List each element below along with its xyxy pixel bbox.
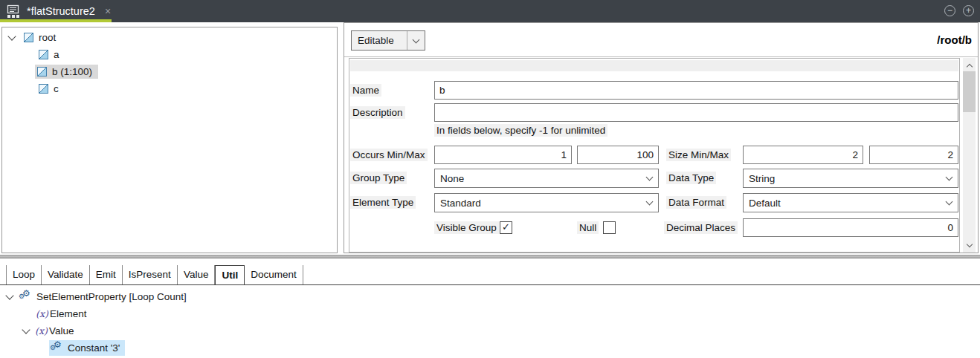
check-icon: ✓: [502, 221, 510, 232]
collapse-minus-icon[interactable]: −: [944, 5, 955, 16]
scroll-up-icon[interactable]: [963, 59, 976, 71]
chevron-down-icon[interactable]: [22, 325, 30, 333]
fx-icon: (x): [36, 308, 50, 319]
tab-emit[interactable]: Emit: [90, 265, 123, 284]
tree-item-label: a: [54, 49, 59, 60]
scroll-down-icon[interactable]: [963, 239, 976, 252]
occurs-min-max-label: Occurs Min/Max: [350, 149, 428, 161]
tab-document[interactable]: Document: [245, 265, 303, 284]
chevron-down-icon[interactable]: [940, 169, 958, 187]
util-item-label: SetElementProperty [Loop Count]: [36, 291, 187, 302]
fx-icon: (x): [35, 325, 49, 336]
element-icon: [24, 33, 33, 42]
visible-group-label: Visible Group: [434, 221, 499, 234]
element-type-select[interactable]: Standard: [434, 193, 659, 212]
size-min-max-label: Size Min/Max: [666, 149, 731, 161]
group-type-label: Group Type: [350, 172, 407, 184]
tree-item-root[interactable]: root: [2, 29, 337, 46]
structure-tree-panel: root a b (1:100) c: [1, 27, 338, 253]
chevron-down-icon[interactable]: [640, 194, 658, 212]
tab-loop[interactable]: Loop: [6, 265, 42, 284]
name-input[interactable]: [434, 81, 958, 100]
group-type-select[interactable]: None: [434, 169, 659, 188]
description-input[interactable]: [434, 103, 958, 122]
document-tab-title: *flatStructure2: [27, 5, 95, 17]
data-format-value: Default: [744, 198, 940, 209]
data-type-value: String: [744, 173, 940, 184]
element-type-label: Element Type: [350, 196, 416, 209]
data-format-select[interactable]: Default: [743, 193, 958, 212]
name-label: Name: [350, 84, 381, 97]
tree-item-label: b (1:100): [52, 66, 92, 77]
property-editor-panel: Editable /root/b Name Description In fie…: [344, 22, 979, 253]
chevron-down-icon[interactable]: [940, 194, 958, 212]
util-item-label: Constant '3': [68, 342, 120, 354]
null-checkbox[interactable]: [603, 221, 616, 234]
vertical-scrollbar[interactable]: [963, 58, 976, 253]
tree-item-c[interactable]: c: [2, 80, 337, 97]
occurs-min-input[interactable]: [434, 146, 572, 164]
horizontal-splitter[interactable]: [0, 255, 980, 258]
data-type-select[interactable]: String: [743, 169, 958, 188]
util-item-label: Element: [50, 308, 87, 319]
element-icon: [39, 84, 48, 94]
chevron-down-icon[interactable]: [7, 32, 16, 40]
close-tab-icon[interactable]: ×: [105, 5, 111, 17]
element-icon: [39, 50, 48, 59]
tab-util[interactable]: Util: [215, 265, 245, 285]
group-type-value: None: [435, 173, 640, 184]
selected-tree-item-highlight: b (1:100): [35, 65, 98, 79]
title-bar: *flatStructure2 × − +: [0, 0, 980, 22]
editor-body: Name Description In fields below, specif…: [344, 58, 978, 253]
occurs-max-input[interactable]: [577, 146, 659, 164]
element-type-value: Standard: [435, 198, 640, 209]
tree-item-b[interactable]: b (1:100): [2, 63, 337, 80]
window-controls: − +: [944, 5, 974, 16]
form-top-strip: [350, 60, 958, 71]
tab-value[interactable]: Value: [178, 265, 216, 284]
util-item-setelementproperty[interactable]: ⚙⚙ SetElementProperty [Loop Count]: [0, 288, 980, 305]
size-min-input[interactable]: [743, 146, 863, 164]
tab-validate[interactable]: Validate: [42, 265, 90, 284]
chevron-down-icon[interactable]: [640, 169, 658, 187]
data-type-label: Data Type: [666, 172, 716, 184]
structure-icon: [7, 4, 21, 19]
unlimited-note: In fields below, specify -1 for unlimite…: [434, 124, 607, 137]
bottom-tab-bar: Loop Validate Emit IsPresent Value Util …: [0, 265, 980, 285]
null-label: Null: [577, 221, 599, 234]
mode-select[interactable]: Editable: [351, 30, 425, 51]
data-format-label: Data Format: [666, 196, 726, 209]
util-item-element[interactable]: (x) Element: [0, 305, 980, 322]
visible-group-checkbox[interactable]: ✓: [500, 221, 512, 234]
util-item-constant[interactable]: ⚙⚙ Constant '3': [0, 339, 980, 357]
tree-item-a[interactable]: a: [2, 46, 337, 63]
util-item-label: Value: [49, 325, 74, 336]
editor-header: Editable /root/b: [344, 23, 978, 57]
expand-plus-icon[interactable]: +: [963, 5, 974, 16]
util-item-value[interactable]: (x) Value: [0, 322, 980, 339]
size-max-input[interactable]: [869, 146, 958, 164]
tree-item-label: root: [39, 32, 56, 43]
element-path: /root/b: [937, 23, 972, 56]
active-tab-indicator: [0, 19, 112, 22]
chevron-down-icon[interactable]: [5, 291, 13, 299]
mode-select-value: Editable: [352, 35, 407, 46]
chevron-down-icon[interactable]: [407, 31, 425, 50]
tree-item-label: c: [54, 83, 59, 94]
gears-icon: ⚙⚙: [19, 290, 32, 303]
scrollbar-thumb[interactable]: [963, 71, 976, 112]
element-icon: [37, 67, 47, 77]
decimal-places-input[interactable]: [743, 218, 958, 237]
tab-ispresent[interactable]: IsPresent: [123, 265, 178, 284]
property-form: Name Description In fields below, specif…: [349, 58, 960, 253]
decimal-places-label: Decimal Places: [664, 221, 738, 234]
gears-icon: ⚙⚙: [51, 342, 63, 354]
selected-util-item-highlight: ⚙⚙ Constant '3': [49, 340, 125, 356]
description-label: Description: [350, 106, 405, 119]
util-tree-panel: ⚙⚙ SetElementProperty [Loop Count] (x) E…: [0, 288, 980, 357]
